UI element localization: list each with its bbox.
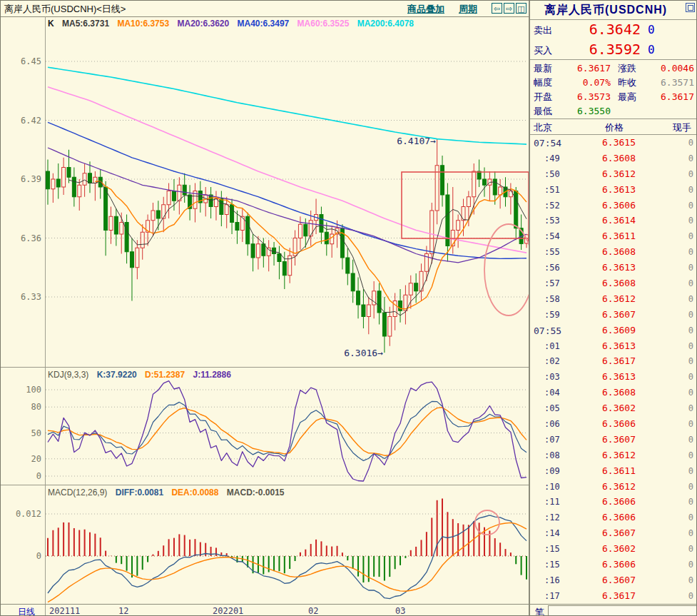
tick-time: :03 — [544, 372, 560, 382]
stat-row: 最新6.3617涨跌0.0046 — [530, 61, 697, 75]
tick-price: 6.3607 — [573, 309, 636, 320]
prev-arrow-icon[interactable]: ⇦ — [492, 3, 502, 14]
tick-time: :02 — [544, 356, 560, 366]
stat-value: 6.3617 — [569, 63, 611, 74]
tick-volume: 0 — [688, 216, 693, 226]
tick-volume: 0 — [688, 435, 693, 445]
tick-time: :07 — [544, 435, 560, 445]
tick-row: 07:556.36090 — [530, 323, 697, 338]
legend-ma60: MA60:6.3525 — [297, 19, 350, 29]
tick-price: 6.3606 — [573, 496, 636, 507]
next-arrow-icon[interactable]: ⇨ — [504, 3, 514, 14]
svg-text:6.39: 6.39 — [21, 174, 41, 184]
main-chart-pane: K MA5:6.3731 MA10:6.3753 MA20:6.3620 MA4… — [1, 16, 529, 367]
stat-label: 最高 — [618, 91, 636, 103]
tick-volume: 0 — [688, 528, 693, 538]
tick-price: 6.3612 — [573, 168, 636, 179]
tick-row: :546.36110 — [530, 228, 697, 244]
tick-row: :536.36140 — [530, 213, 697, 228]
tick-time: :54 — [544, 231, 560, 241]
x-axis-bar: 日线 202111122022010203 — [1, 604, 529, 616]
bid-ask-block: 卖出 6.3642 0 买入 6.3592 0 — [530, 19, 697, 60]
tick-volume: 0 — [688, 356, 693, 366]
kdj-chart-canvas[interactable]: 1008050200 — [1, 368, 529, 485]
tick-row: :096.36110 — [530, 463, 697, 479]
tick-price: 6.3606 — [573, 512, 636, 522]
trading-terminal-window: 离岸人民币(USDCNH)<日线> 商品叠加 周期 ⇦ ⇨ ◫ K MA5:6.… — [0, 0, 697, 616]
kdj-j-value: J:11.2886 — [193, 370, 230, 380]
stat-label: 最新 — [534, 62, 552, 75]
restore-window-icon[interactable] — [686, 3, 695, 12]
tick-volume: 0 — [688, 388, 693, 398]
tick-price: 6.3609 — [573, 325, 636, 335]
tick-row: :566.36130 — [530, 260, 697, 276]
stroke-input[interactable] — [548, 605, 697, 616]
macd-chart-canvas[interactable]: 0.0120 — [1, 485, 529, 604]
stat-label: 幅度 — [534, 76, 552, 89]
tick-price: 6.3613 — [573, 340, 636, 351]
tick-row: :526.36060 — [530, 198, 697, 213]
tick-price: 6.3611 — [573, 231, 636, 241]
tick-volume: 0 — [688, 575, 693, 585]
tick-time: :55 — [544, 247, 560, 257]
tick-price: 6.3608 — [573, 153, 636, 163]
stat-label: 涨跌 — [618, 62, 636, 75]
macd-params: MACD(12,26,9) — [48, 488, 107, 498]
tick-price: 6.3617 — [573, 590, 636, 601]
tick-row: :496.36080 — [530, 151, 697, 166]
tick-row: :556.36080 — [530, 244, 697, 260]
macd-pane: MACD(12,26,9) DIFF:0.0081 DEA:0.0088 MAC… — [1, 485, 529, 604]
tick-row: :016.36130 — [530, 338, 697, 354]
tick-row: :576.36080 — [530, 276, 697, 291]
tick-row: :046.36080 — [530, 385, 697, 400]
tick-volume: 0 — [688, 372, 693, 382]
kdj-pane: KDJ(9,3,3) K:37.9220 D:51.2387 J:11.2886… — [1, 367, 529, 485]
tick-header-time: 北京 — [534, 121, 552, 134]
legend-ma10: MA10:6.3753 — [117, 19, 169, 29]
stat-label: 昨收 — [618, 76, 636, 89]
ask-size: 0 — [648, 23, 655, 36]
macd-legend: MACD(12,26,9) DIFF:0.0081 DEA:0.0088 MAC… — [48, 488, 290, 498]
tick-volume: 0 — [688, 466, 693, 476]
svg-text:0: 0 — [36, 551, 41, 561]
tick-volume: 0 — [688, 294, 693, 304]
tick-volume: 0 — [688, 201, 693, 211]
bid-size: 0 — [648, 43, 655, 56]
tick-price: 6.3615 — [573, 137, 636, 148]
tick-row: 07:546.36150 — [530, 135, 697, 151]
tick-volume: 0 — [688, 419, 693, 429]
tick-time: :53 — [544, 216, 560, 226]
stroke-label: 笔 — [535, 606, 544, 616]
period-button[interactable]: 周期 — [459, 3, 477, 16]
tick-price: 6.3607 — [573, 575, 636, 585]
tick-row: :066.36060 — [530, 416, 697, 432]
overlay-products-button[interactable]: 商品叠加 — [407, 3, 444, 16]
tick-price: 6.3617 — [573, 355, 636, 366]
tick-volume: 0 — [688, 450, 693, 460]
tick-volume: 0 — [688, 482, 693, 492]
tick-volume: 0 — [688, 153, 693, 163]
svg-text:50: 50 — [31, 428, 41, 438]
tick-time: 07:55 — [534, 325, 561, 336]
stat-value: 0.07% — [569, 77, 611, 88]
tick-time: :10 — [544, 482, 560, 492]
quote-panel: 离岸人民币(USDCNH) 卖出 6.3642 0 买入 6.3592 0 最新… — [529, 1, 697, 616]
stat-row: 开盘6.3573最高6.3617 — [530, 89, 697, 103]
stat-row: 最低6.3550 — [530, 103, 697, 118]
tick-row: :596.36070 — [530, 307, 697, 323]
tick-row: :506.36120 — [530, 166, 697, 182]
tick-price: 6.3613 — [573, 184, 636, 195]
svg-text:6.33: 6.33 — [21, 292, 41, 302]
tick-price: 6.3602 — [573, 543, 636, 554]
ask-price: 6.3642 — [559, 21, 641, 38]
tick-price: 6.3613 — [573, 262, 636, 273]
tick-price: 6.3612 — [573, 293, 636, 304]
stat-label: 开盘 — [534, 91, 552, 103]
tick-price: 6.3608 — [573, 246, 636, 257]
tick-list: 07:546.36150:496.36080:506.36120:516.361… — [530, 135, 697, 604]
tick-volume: 0 — [688, 247, 693, 257]
split-window-icon[interactable]: ◫ — [516, 3, 526, 14]
candlestick-chart-canvas[interactable]: 6.456.426.396.366.336.4107→6.3016→ — [1, 16, 529, 367]
tick-row: :126.36060 — [530, 510, 697, 525]
tick-time: :08 — [544, 450, 560, 460]
